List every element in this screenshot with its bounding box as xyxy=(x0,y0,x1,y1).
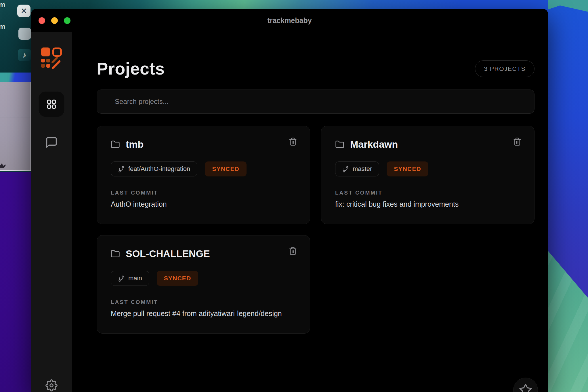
grid-icon xyxy=(46,98,57,110)
branch-chip: feat/AuthO-integration xyxy=(111,161,197,176)
logo-filled-square xyxy=(41,47,50,56)
last-commit-label: LAST COMMIT xyxy=(111,190,298,196)
sidebar xyxy=(31,32,72,392)
desktop-icon-label: m xyxy=(0,22,5,31)
logo-mini-grid xyxy=(41,59,50,68)
traffic-lights xyxy=(39,17,70,24)
bird-silhouette xyxy=(0,163,6,168)
last-commit-message: fix: critical bug fixes and improvements xyxy=(335,200,523,208)
close-button[interactable] xyxy=(39,17,45,24)
project-card-markdawn[interactable]: Markdawn xyxy=(321,126,534,224)
last-commit-label: LAST COMMIT xyxy=(111,299,298,305)
wallpaper-blue-band xyxy=(0,73,31,82)
desktop: m m ✕ ♪ trackmebaby xyxy=(0,0,588,392)
branch-name: main xyxy=(128,275,142,282)
delete-project-button[interactable] xyxy=(287,136,298,147)
main-content: Projects 3 PROJECTS tmb xyxy=(72,32,548,392)
wallpaper-left-strip: m m ✕ ♪ xyxy=(0,0,31,392)
search-input[interactable] xyxy=(97,90,534,114)
status-badge: SYNCED xyxy=(157,271,198,286)
wallpaper-right-strip xyxy=(548,0,588,392)
delete-project-button[interactable] xyxy=(287,245,298,257)
branch-chip: master xyxy=(335,161,379,176)
branch-chip: main xyxy=(111,271,149,286)
chat-icon xyxy=(45,136,58,149)
projects-grid: tmb xyxy=(97,126,534,334)
project-count-badge: 3 PROJECTS xyxy=(475,60,534,77)
branch-name: feat/AuthO-integration xyxy=(128,165,190,173)
git-branch-icon xyxy=(342,166,349,172)
gear-icon xyxy=(45,379,58,391)
project-card-sol-challenge[interactable]: SOL-CHALLENGE xyxy=(97,235,310,334)
project-name: tmb xyxy=(126,139,144,150)
project-card-tmb[interactable]: tmb xyxy=(97,126,310,224)
window-title: trackmebaby xyxy=(267,16,312,25)
folder-icon xyxy=(111,249,120,258)
zoom-button[interactable] xyxy=(64,17,70,24)
git-branch-icon xyxy=(118,275,125,282)
delete-project-button[interactable] xyxy=(512,136,523,147)
status-badge: SYNCED xyxy=(205,161,247,176)
wallpaper-purple-area xyxy=(0,172,31,392)
trash-icon xyxy=(289,246,297,256)
app-window: trackmebaby xyxy=(31,9,548,392)
trash-icon xyxy=(513,137,522,146)
last-commit-label: LAST COMMIT xyxy=(335,190,523,196)
titlebar[interactable]: trackmebaby xyxy=(31,9,548,32)
star-icon xyxy=(519,383,532,392)
page-title: Projects xyxy=(97,59,165,79)
x-app-icon[interactable]: ✕ xyxy=(17,5,30,17)
project-name: SOL-CHALLENGE xyxy=(126,248,210,259)
sidebar-item-projects[interactable] xyxy=(38,91,65,117)
folder-icon xyxy=(335,140,344,149)
last-commit-message: Merge pull request #4 from adityatiwari-… xyxy=(111,309,298,318)
logo-outline-square xyxy=(52,47,62,57)
project-name: Markdawn xyxy=(350,139,398,150)
git-branch-icon xyxy=(118,166,125,172)
folder-icon xyxy=(111,140,120,149)
desktop-file-icon[interactable] xyxy=(18,28,31,40)
last-commit-message: AuthO integration xyxy=(111,200,298,208)
desktop-photo-thumbnail[interactable] xyxy=(0,82,31,171)
branch-name: master xyxy=(353,165,372,173)
music-note-icon[interactable]: ♪ xyxy=(18,49,31,61)
desktop-icon-label: m xyxy=(0,1,5,9)
sidebar-item-settings[interactable] xyxy=(38,379,65,392)
status-badge: SYNCED xyxy=(387,161,428,176)
minimize-button[interactable] xyxy=(51,17,58,24)
sidebar-item-chat[interactable] xyxy=(38,134,65,151)
trash-icon xyxy=(289,137,297,146)
app-logo-icon xyxy=(41,47,62,68)
